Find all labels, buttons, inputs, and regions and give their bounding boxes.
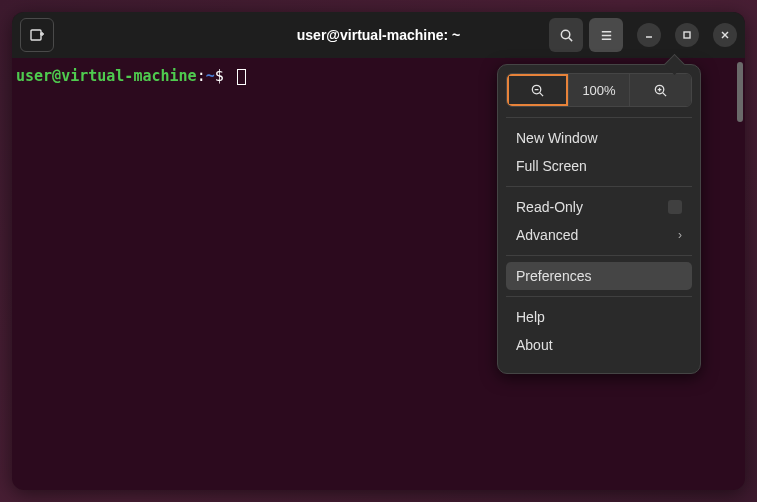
svg-rect-9: [684, 32, 690, 38]
svg-line-4: [568, 37, 571, 40]
svg-line-13: [540, 92, 543, 95]
zoom-in-icon: [653, 83, 668, 98]
menu-item-preferences[interactable]: Preferences: [506, 262, 692, 290]
svg-rect-0: [31, 30, 41, 40]
prompt-symbol: $: [215, 67, 224, 85]
hamburger-icon: [599, 28, 614, 43]
titlebar-controls: [549, 18, 737, 52]
prompt-user-host: user@virtual-machine: [16, 67, 197, 85]
menu-label: About: [516, 337, 553, 353]
menu-section-window: New Window Full Screen: [506, 117, 692, 186]
menu-item-about[interactable]: About: [506, 331, 692, 359]
window-title: user@virtual-machine: ~: [297, 27, 460, 43]
zoom-reset-button[interactable]: 100%: [569, 74, 631, 106]
menu-label: Help: [516, 309, 545, 325]
chevron-right-icon: ›: [678, 228, 682, 242]
menu-label: Read-Only: [516, 199, 583, 215]
read-only-checkbox[interactable]: [668, 200, 682, 214]
minimize-icon: [644, 30, 654, 40]
menu-label: Full Screen: [516, 158, 587, 174]
hamburger-menu-button[interactable]: [589, 18, 623, 52]
close-icon: [720, 30, 730, 40]
maximize-button[interactable]: [675, 23, 699, 47]
hamburger-menu-popover: 100% New Window Full Screen Read-Only Ad…: [497, 64, 701, 374]
search-icon: [559, 28, 574, 43]
minimize-button[interactable]: [637, 23, 661, 47]
zoom-out-button[interactable]: [507, 74, 569, 106]
menu-label: Preferences: [516, 268, 591, 284]
menu-label: New Window: [516, 130, 598, 146]
zoom-controls: 100%: [506, 73, 692, 107]
maximize-icon: [682, 30, 692, 40]
menu-label: Advanced: [516, 227, 578, 243]
prompt-path: ~: [206, 67, 215, 85]
new-tab-button[interactable]: [20, 18, 54, 52]
scrollbar-thumb[interactable]: [737, 62, 743, 122]
scrollbar[interactable]: [735, 58, 745, 490]
svg-line-16: [663, 92, 666, 95]
menu-item-new-window[interactable]: New Window: [506, 124, 692, 152]
svg-point-3: [561, 30, 569, 38]
menu-item-read-only[interactable]: Read-Only: [506, 193, 692, 221]
menu-section-options: Read-Only Advanced ›: [506, 186, 692, 255]
menu-item-advanced[interactable]: Advanced ›: [506, 221, 692, 249]
zoom-in-button[interactable]: [630, 74, 691, 106]
menu-item-full-screen[interactable]: Full Screen: [506, 152, 692, 180]
terminal-cursor: [237, 69, 246, 85]
menu-item-help[interactable]: Help: [506, 303, 692, 331]
prompt-line: user@virtual-machine:~$: [16, 66, 246, 87]
menu-section-help: Help About: [506, 296, 692, 365]
menu-section-preferences: Preferences: [506, 255, 692, 296]
new-tab-icon: [29, 27, 45, 43]
titlebar: user@virtual-machine: ~: [12, 12, 745, 58]
close-button[interactable]: [713, 23, 737, 47]
prompt-separator: :: [197, 67, 206, 85]
search-button[interactable]: [549, 18, 583, 52]
zoom-out-icon: [530, 83, 545, 98]
